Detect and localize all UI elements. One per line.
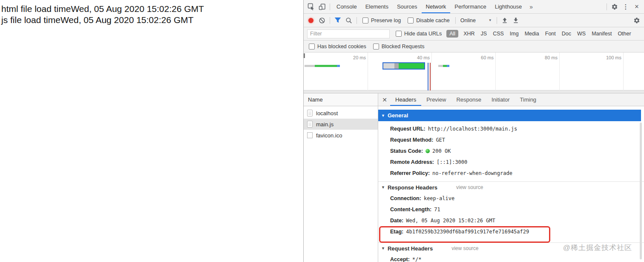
- view-source-link[interactable]: view source: [456, 184, 483, 190]
- checkbox-icon[interactable]: [396, 31, 402, 37]
- preserve-log-checkbox[interactable]: Preserve log: [362, 17, 401, 23]
- close-details-icon[interactable]: ✕: [379, 96, 390, 103]
- more-tabs-icon[interactable]: »: [526, 3, 536, 10]
- header-row-etag: Etag: 4b1f0259b32390df6baf991c917efe7169…: [378, 226, 644, 237]
- tab-sources[interactable]: Sources: [393, 0, 422, 13]
- filter-type-js[interactable]: JS: [481, 31, 487, 37]
- overview-tick-label: 40 ms: [417, 55, 430, 60]
- disable-cache-checkbox[interactable]: Disable cache: [408, 17, 450, 23]
- blocked-requests-checkbox[interactable]: Blocked Requests: [373, 44, 425, 49]
- name-column-header[interactable]: Name: [304, 93, 378, 106]
- header-key: Accept:: [390, 256, 410, 262]
- requests-table: Name localhost main.js favicon.ico: [304, 93, 378, 262]
- document-file-icon: [307, 110, 313, 116]
- has-blocked-cookies-label: Has blocked cookies: [317, 44, 366, 49]
- watermark-text: @稀土掘金技术社区: [563, 243, 632, 253]
- checkbox-icon[interactable]: [309, 44, 315, 49]
- filter-type-other[interactable]: Other: [618, 31, 631, 37]
- toolbar-separator: [497, 17, 497, 24]
- table-row-localhost[interactable]: localhost: [304, 108, 378, 119]
- header-value: GET: [436, 137, 445, 143]
- network-main-area: Name localhost main.js favicon.ico ✕: [304, 93, 644, 262]
- filter-type-css[interactable]: CSS: [493, 31, 504, 37]
- header-row-remote-address: Remote Address: [::1]:3000: [378, 157, 644, 168]
- filter-type-media[interactable]: Media: [525, 31, 539, 37]
- devtools-close-icon[interactable]: ✕: [631, 1, 642, 12]
- waterfall-bar-selected[interactable]: [382, 62, 425, 70]
- inspect-element-icon[interactable]: [305, 1, 316, 12]
- throttling-value: Online: [460, 17, 476, 23]
- header-key: Remote Address:: [390, 159, 434, 165]
- filter-input[interactable]: [307, 29, 390, 38]
- checkbox-icon[interactable]: [362, 17, 368, 23]
- view-source-link[interactable]: view source: [451, 245, 478, 251]
- device-toolbar-icon[interactable]: [316, 1, 328, 12]
- table-row-mainjs[interactable]: main.js: [304, 119, 378, 130]
- tab-preview[interactable]: Preview: [421, 93, 451, 106]
- tab-headers[interactable]: Headers: [390, 93, 421, 106]
- overview-gridline: [431, 52, 432, 90]
- table-row-favicon[interactable]: favicon.ico: [304, 130, 378, 141]
- overview-tick-label: 60 ms: [481, 55, 494, 60]
- network-settings-gear-icon[interactable]: [631, 15, 642, 26]
- clear-icon[interactable]: [316, 15, 328, 26]
- header-key: Content-Length:: [390, 207, 431, 213]
- filter-type-xhr[interactable]: XHR: [463, 31, 474, 37]
- filter-type-manifest[interactable]: Manifest: [592, 31, 612, 37]
- toolbar-separator: [330, 17, 330, 24]
- overview-gridline: [368, 52, 368, 90]
- search-icon[interactable]: [343, 15, 354, 26]
- hide-data-urls-checkbox[interactable]: Hide data URLs: [396, 31, 442, 37]
- filter-type-all[interactable]: All: [446, 30, 458, 38]
- filter-type-img[interactable]: Img: [510, 31, 519, 37]
- toolbar-separator: [607, 3, 607, 10]
- toolbar-separator: [455, 17, 456, 24]
- waterfall-bar[interactable]: [305, 65, 340, 67]
- has-blocked-cookies-checkbox[interactable]: Has blocked cookies: [309, 44, 366, 49]
- record-button[interactable]: [308, 18, 313, 23]
- general-section-header[interactable]: ▼ General: [378, 110, 641, 121]
- response-headers-title: Response Headers: [388, 184, 437, 191]
- export-har-icon[interactable]: [510, 15, 521, 26]
- header-value: no-referrer-when-downgrade: [432, 170, 512, 176]
- request-headers-title: Request Headers: [388, 245, 433, 252]
- filter-type-ws[interactable]: WS: [577, 31, 586, 37]
- checkbox-icon[interactable]: [408, 17, 414, 23]
- status-ok-dot-icon: [426, 149, 430, 153]
- request-name: localhost: [316, 110, 338, 116]
- image-file-icon: [307, 132, 313, 138]
- devtools-panel: Console Elements Sources Network Perform…: [303, 0, 644, 262]
- disable-cache-label: Disable cache: [416, 17, 450, 23]
- tab-initiator[interactable]: Initiator: [486, 93, 515, 106]
- tab-performance[interactable]: Performance: [450, 0, 490, 13]
- header-value: 71: [434, 207, 440, 213]
- browser-page-content: html file load timeWed, 05 Aug 2020 15:0…: [0, 0, 303, 262]
- tab-network[interactable]: Network: [422, 0, 451, 13]
- import-har-icon[interactable]: [499, 15, 510, 26]
- filter-type-font[interactable]: Font: [545, 31, 556, 37]
- chevron-down-icon: ▼: [489, 18, 492, 22]
- tab-console[interactable]: Console: [332, 0, 361, 13]
- filter-type-doc[interactable]: Doc: [562, 31, 571, 37]
- kebab-menu-icon[interactable]: ⋮: [620, 1, 631, 12]
- header-key: Status Code:: [390, 148, 423, 154]
- tab-response[interactable]: Response: [451, 93, 486, 106]
- settings-gear-icon[interactable]: [609, 1, 620, 12]
- tab-lighthouse[interactable]: Lighthouse: [491, 0, 526, 13]
- response-headers-section-header[interactable]: ▼ Response Headers view source: [378, 182, 644, 193]
- checkbox-icon[interactable]: [373, 44, 379, 49]
- header-value: 200 OK: [432, 148, 451, 154]
- header-row-status-code: Status Code: 200 OK: [378, 146, 644, 157]
- header-row-connection: Connection: keep-alive: [378, 193, 644, 204]
- filter-funnel-icon[interactable]: [332, 15, 343, 26]
- header-row-request-url: Request URL: http://localhost:3000/main.…: [378, 123, 644, 134]
- tab-elements[interactable]: Elements: [361, 0, 393, 13]
- overview-drag-handle[interactable]: [304, 53, 305, 58]
- throttling-dropdown[interactable]: Online ▼: [458, 17, 494, 23]
- waterfall-bar[interactable]: [438, 65, 449, 67]
- header-row-content-length: Content-Length: 71: [378, 204, 644, 215]
- details-scrollbar[interactable]: [640, 122, 642, 259]
- tab-timing[interactable]: Timing: [515, 93, 542, 106]
- header-value: [::1]:3000: [437, 159, 467, 165]
- network-overview[interactable]: 20 ms40 ms60 ms80 ms100 ms: [304, 52, 644, 93]
